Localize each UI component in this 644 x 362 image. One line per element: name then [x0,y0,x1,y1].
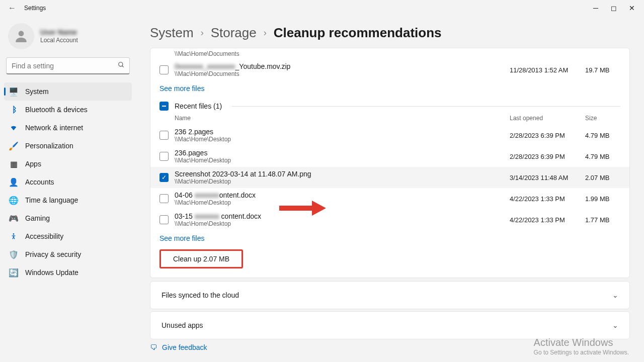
time-icon: 🌐 [9,196,18,205]
file-date: 11/28/2013 1:52 AM [510,66,585,74]
file-date: 3/14/2023 11:48 AM [510,174,585,182]
checkbox[interactable] [159,194,169,203]
file-name: 236 2.pages [175,128,510,136]
minimize-button[interactable]: ─ [588,2,604,14]
accessibility-icon [9,232,18,241]
breadcrumb-system[interactable]: System [150,25,194,41]
sidebar-item-label: Apps [25,160,41,168]
app-title: Settings [24,5,46,12]
sidebar-item-update[interactable]: 🔄Windows Update [4,263,132,282]
sidebar-item-accessibility[interactable]: Accessibility [4,227,132,245]
chevron-down-icon: ⌄ [612,291,618,299]
gaming-icon: 🎮 [9,214,18,223]
file-date: 4/22/2023 1:33 PM [510,216,585,224]
expander-apps[interactable]: Unused apps ⌄ [150,311,630,339]
file-size: 1.77 MB [585,216,620,224]
watermark: Activate Windows Go to Settings to activ… [534,336,629,357]
checkbox-indeterminate[interactable] [159,102,169,111]
back-button[interactable]: ← [6,2,18,15]
checkbox[interactable] [159,65,169,74]
sidebar-item-label: Windows Update [25,268,78,277]
checkbox[interactable]: ✓ [159,173,169,182]
file-row[interactable]: 0xxxxxxx_xxxxxxxx_Youtube.mov.zip \\Mac\… [159,59,620,80]
sidebar-item-label: Gaming [25,214,50,222]
maximize-button[interactable]: ◻ [606,2,622,14]
chevron-down-icon: ⌄ [612,321,618,329]
sidebar-item-system[interactable]: 🖥️System [4,82,132,101]
breadcrumb: System › Storage › Cleanup recommendatio… [150,16,630,48]
sidebar-item-label: Personalization [25,142,73,150]
search-input[interactable] [6,57,130,74]
expander-cloud[interactable]: Files synced to the cloud ⌄ [150,281,630,309]
svg-point-3 [13,233,15,235]
sidebar-item-label: Privacy & security [25,250,81,258]
column-date: Last opened [510,115,585,122]
file-row[interactable]: ✓Screenshot 2023-03-14 at 11.48.07 AM.pn… [150,167,629,188]
file-size: 2.07 MB [585,174,620,182]
accounts-icon: 👤 [9,177,18,187]
sidebar-item-label: Time & language [25,196,78,204]
file-path: \\Mac\Home\Desktop [175,178,510,185]
file-date: 2/28/2023 6:39 PM [510,153,585,160]
checkbox[interactable] [159,215,169,224]
annotation-arrow [277,198,327,218]
chevron-right-icon: › [264,28,267,38]
file-path: \\Mac\Home\Documents [175,50,620,57]
user-name: User Name [40,28,78,37]
sidebar-item-label: Bluetooth & devices [25,106,88,114]
expander-label: Files synced to the cloud [162,291,239,299]
sidebar-item-label: Accessibility [25,232,63,240]
apps-icon: ▦ [9,159,18,168]
sidebar-item-gaming[interactable]: 🎮Gaming [4,209,132,227]
file-row[interactable]: 04-06 xxxxxxxontent.docx\\Mac\Home\Deskt… [159,188,620,209]
sidebar-item-privacy[interactable]: 🛡️Privacy & security [4,245,132,263]
file-path: \\Mac\Home\Desktop [175,220,510,227]
sidebar-item-bluetooth[interactable]: Bluetooth & devices [4,101,132,119]
file-size: 4.79 MB [585,132,620,139]
close-button[interactable]: ✕ [624,2,640,14]
privacy-icon: 🛡️ [9,250,18,259]
file-path: \\Mac\Home\Desktop [175,157,510,164]
checkbox[interactable] [159,131,169,140]
sidebar-item-time[interactable]: 🌐Time & language [4,191,132,209]
svg-point-0 [19,31,24,36]
network-icon [9,123,18,132]
file-path: \\Mac\Home\Desktop [175,136,510,143]
sidebar-item-personalization[interactable]: 🖌️Personalization [4,137,132,155]
svg-rect-4 [162,106,166,107]
file-row[interactable]: 236.pages\\Mac\Home\Desktop2/28/2023 6:3… [159,146,620,167]
section-title: Recent files (1) [175,102,222,110]
file-name: 03-15 xxxxxxx content.docx [175,212,510,220]
file-size: 1.99 MB [585,195,620,203]
checkbox[interactable] [159,152,169,161]
search-icon [118,61,125,70]
cleanup-button[interactable]: Clean up 2.07 MB [159,249,243,268]
breadcrumb-storage[interactable]: Storage [211,25,257,41]
file-row[interactable]: 236 2.pages\\Mac\Home\Desktop2/28/2023 6… [159,125,620,146]
file-path: \\Mac\Home\Documents [175,70,510,77]
file-name: Screenshot 2023-03-14 at 11.48.07 AM.png [175,170,510,178]
personalization-icon: 🖌️ [9,141,18,150]
see-more-link[interactable]: See more files [159,230,620,246]
sidebar-item-apps[interactable]: ▦Apps [4,155,132,173]
file-size: 19.7 MB [585,66,620,74]
file-size: 4.79 MB [585,153,620,160]
sidebar-item-label: System [25,87,49,96]
file-name: 04-06 xxxxxxxontent.docx [175,191,510,199]
expander-label: Unused apps [162,321,203,329]
file-date: 2/28/2023 6:39 PM [510,132,585,139]
file-name: 0xxxxxxx_xxxxxxxx_Youtube.mov.zip [175,62,510,70]
user-subtitle: Local Account [40,37,78,45]
file-path: \\Mac\Home\Desktop [175,199,510,206]
see-more-link[interactable]: See more files [159,80,620,97]
sidebar-item-network[interactable]: Network & internet [4,119,132,137]
sidebar-item-accounts[interactable]: 👤Accounts [4,173,132,191]
column-size: Size [585,115,620,122]
titlebar: ← Settings ─ ◻ ✕ [0,0,644,16]
chevron-right-icon: › [201,28,204,38]
file-date: 4/22/2023 1:33 PM [510,195,585,203]
breadcrumb-current: Cleanup recommendations [274,25,442,41]
file-row[interactable]: 03-15 xxxxxxx content.docx\\Mac\Home\Des… [159,209,620,230]
feedback-icon: 🗨 [150,343,157,351]
bluetooth-icon [9,105,18,114]
